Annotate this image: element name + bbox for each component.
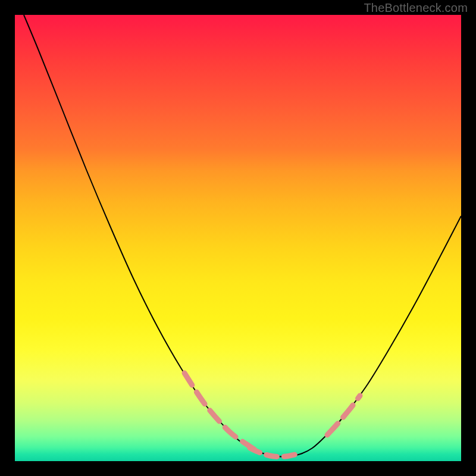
- series-highlight-bottom: [250, 448, 298, 457]
- plot-svg: [15, 15, 461, 461]
- plot-area: [15, 15, 461, 461]
- series-highlight-left: [184, 373, 256, 450]
- watermark-text: TheBottleneck.com: [364, 1, 468, 15]
- chart-frame: TheBottleneck.com: [0, 0, 476, 476]
- series-bottleneck-curve: [24, 15, 461, 457]
